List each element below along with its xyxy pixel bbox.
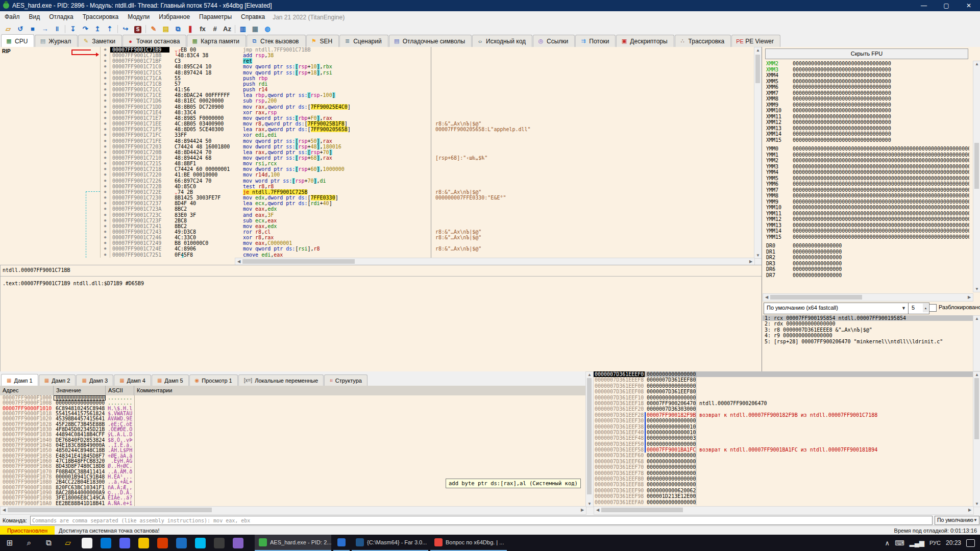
- breakpoint-dot-icon[interactable]: ●: [101, 70, 110, 76]
- open-file-icon[interactable]: ▱: [2, 24, 14, 34]
- menu-Справка[interactable]: Справка: [236, 11, 270, 23]
- bookmark-icon[interactable]: ❚: [184, 24, 197, 34]
- memory-icon[interactable]: ▥: [237, 24, 249, 34]
- pinned-app-4-icon[interactable]: [138, 538, 149, 548]
- command-input[interactable]: [30, 516, 933, 525]
- tab-Дамп 3[interactable]: ▦ Дамп 3: [76, 374, 113, 386]
- tab-Дамп 4[interactable]: ▦ Дамп 4: [114, 374, 151, 386]
- stack-row[interactable]: 0000007D361EEEF0 0000000000000000: [594, 371, 973, 377]
- register-row[interactable]: DR7 0000000000000000: [766, 272, 969, 279]
- call-argument[interactable]: 2: rdx 0000000000000000: [763, 321, 973, 327]
- tab-Дамп 2[interactable]: ▦ Дамп 2: [39, 374, 76, 386]
- breakpoint-dot-icon[interactable]: ●: [101, 155, 110, 161]
- disasm-row[interactable]: ● 00007FF9001C71D6 48:81EC 00020000 sub …: [0, 98, 754, 104]
- breakpoint-dot-icon[interactable]: ●: [101, 246, 110, 252]
- stop-icon[interactable]: ■: [27, 24, 39, 34]
- run-icon[interactable]: →: [39, 24, 51, 34]
- pinned-app-6-icon[interactable]: [176, 538, 187, 548]
- register-row[interactable]: XMM5 00000000000000000000000000000000: [766, 79, 969, 85]
- stack-row[interactable]: 0000007D361EEF18 00007FF900206470 ntdll.…: [594, 400, 973, 406]
- breakpoint-dot-icon[interactable]: ●: [101, 149, 110, 155]
- call-arguments-list[interactable]: 1: rcx 00007FF900195854 ntdll.00007FF900…: [763, 315, 973, 370]
- tab-Дескрипторы[interactable]: ▣ Дескрипторы: [616, 35, 674, 47]
- tab-PE Viewer[interactable]: PE PE Viewer: [731, 35, 780, 47]
- stack-row[interactable]: 0000007D361EEF48 0000000000000003: [594, 435, 973, 441]
- task-view-icon[interactable]: ⧉: [39, 535, 58, 551]
- seh-chain-icon[interactable]: S: [132, 24, 144, 34]
- register-row[interactable]: XMM3 00000000000000000000000000000000: [766, 67, 969, 73]
- breakpoint-dot-icon[interactable]: ●: [101, 64, 110, 69]
- register-row[interactable]: DR3 0000000000000000: [766, 261, 969, 267]
- register-row[interactable]: XMM9 00000000000000000000000000000000: [766, 102, 969, 108]
- breakpoint-dot-icon[interactable]: ●: [101, 138, 110, 144]
- menu-Файл[interactable]: Файл: [0, 11, 24, 23]
- disasm-row[interactable]: ● 00007FF9001C71DD 48:8B05 DC720900 mov …: [0, 104, 754, 110]
- dump-column-header[interactable]: ASCII: [106, 386, 134, 395]
- register-row[interactable]: XMM7 00000000000000000000000000000000: [766, 90, 969, 96]
- breakpoint-dot-icon[interactable]: ●: [101, 206, 110, 212]
- register-row[interactable]: YMM7 00000000000000000000000000000000000…: [766, 187, 969, 193]
- step-out-icon[interactable]: ↥: [91, 24, 104, 34]
- disasm-row[interactable]: ● 00007FF9001C723F 2BC8 sub ecx,eax: [0, 218, 754, 223]
- breakpoint-dot-icon[interactable]: ●: [101, 252, 110, 258]
- stack-row[interactable]: 0000007D361EEF10 0000000000000000: [594, 395, 973, 400]
- breakpoint-dot-icon[interactable]: ●: [101, 229, 110, 235]
- register-row[interactable]: YMM8 00000000000000000000000000000000000…: [766, 193, 969, 199]
- disasm-row[interactable]: ● 00007FF9001C724E 4C:8906 mov qword ptr…: [0, 246, 754, 252]
- breakpoint-dot-icon[interactable]: ●: [101, 240, 110, 246]
- register-row[interactable]: XMM6 00000000000000000000000000000000: [766, 84, 969, 90]
- tab-Дамп 1[interactable]: ▦ Дамп 1: [1, 374, 38, 386]
- breakpoint-dot-icon[interactable]: ●: [101, 201, 110, 206]
- stack-row[interactable]: 0000007D361EEF00 0000000000000000: [594, 383, 973, 389]
- pause-icon[interactable]: ‖: [51, 24, 63, 34]
- call-argument[interactable]: 4: r9 0000000000000000: [763, 333, 973, 338]
- goto-icon[interactable]: #: [209, 24, 221, 34]
- breakpoint-dot-icon[interactable]: ●: [101, 104, 110, 110]
- stack-row[interactable]: 0000007D361EEF38 0000000000000010: [594, 424, 973, 430]
- breakpoint-dot-icon[interactable]: ●: [101, 81, 110, 87]
- taskbar-button[interactable]: AES_hard.exe - PID: 2...: [255, 535, 331, 551]
- tab-Дамп 5[interactable]: ▦ Дамп 5: [152, 374, 189, 386]
- keyboard-language[interactable]: РУС: [929, 540, 941, 546]
- calculator-icon[interactable]: ▦: [249, 24, 261, 34]
- disasm-row[interactable]: ● 00007FF9001C7230 8B1425 3003FE7F mov e…: [0, 195, 754, 201]
- label-icon[interactable]: ⧉: [172, 24, 184, 34]
- close-button[interactable]: ✕: [958, 0, 980, 11]
- register-row[interactable]: YMM4 00000000000000000000000000000000000…: [766, 169, 969, 176]
- breakpoint-dot-icon[interactable]: ●: [101, 223, 110, 229]
- breakpoint-dot-icon[interactable]: ●: [101, 166, 110, 172]
- breakpoint-dot-icon[interactable]: ●: [101, 144, 110, 149]
- disasm-row[interactable]: ● 00007FF9001C71B9 ⌄┌EB 00 jmp ntdll.7FF…: [0, 47, 754, 53]
- register-row[interactable]: XMM4 00000000000000000000000000000000: [766, 72, 969, 79]
- file-explorer-icon[interactable]: ▱: [58, 535, 78, 551]
- stack-row[interactable]: 0000007D361EEF98 000001D213E12E00: [594, 493, 973, 499]
- breakpoint-dot-icon[interactable]: ●: [101, 115, 110, 121]
- menu-Избранное[interactable]: Избранное: [154, 11, 194, 23]
- taskbar-button[interactable]: Вопрос по x64Dbg. | ...: [430, 535, 507, 551]
- patches-icon[interactable]: ✎: [148, 24, 160, 34]
- stack-row[interactable]: 0000007D361EEF30 0000000000000000: [594, 418, 973, 423]
- stack-row[interactable]: 0000007D361EEF58 00007FF9001BA1FC возвра…: [594, 447, 973, 453]
- register-row[interactable]: YMM11 0000000000000000000000000000000000…: [766, 211, 969, 217]
- register-row[interactable]: YMM10 0000000000000000000000000000000000…: [766, 205, 969, 211]
- breakpoint-dot-icon[interactable]: ●: [101, 235, 110, 240]
- register-row[interactable]: YMM14 0000000000000000000000000000000000…: [766, 228, 969, 234]
- breakpoint-dot-icon[interactable]: ●: [101, 212, 110, 218]
- breakpoint-dot-icon[interactable]: ●: [101, 132, 110, 138]
- register-row[interactable]: XMM8 00000000000000000000000000000000: [766, 96, 969, 102]
- register-row[interactable]: XMM2 00000000000000000000000000000000: [766, 61, 969, 67]
- breakpoint-dot-icon[interactable]: ●: [101, 127, 110, 132]
- run-to-return-icon[interactable]: ⇡: [104, 24, 116, 34]
- pinned-app-3-icon[interactable]: [119, 538, 130, 548]
- stack-row[interactable]: 0000007D361EEF50 0000000000000000: [594, 441, 973, 447]
- pinned-app-2-icon[interactable]: [101, 538, 111, 548]
- spinner-arrows-icon[interactable]: ▲▼: [923, 304, 928, 312]
- disasm-vertical-scrollbar[interactable]: ▲▼: [754, 47, 762, 259]
- disasm-row[interactable]: ● 00007FF9001C722B 4D:85C0 test r8,r8: [0, 184, 754, 189]
- tab-Потоки[interactable]: ⇉ Потоки: [575, 35, 616, 47]
- disasm-row[interactable]: ● 00007FF9001C722E ⌄74 2B je ntdll.7FF90…: [0, 189, 754, 195]
- menu-Вид[interactable]: Вид: [24, 11, 45, 23]
- breakpoint-dot-icon[interactable]: ●: [101, 110, 110, 115]
- breakpoint-dot-icon[interactable]: ●: [101, 189, 110, 195]
- tab-Структура[interactable]: ⌗ Структура: [324, 374, 368, 386]
